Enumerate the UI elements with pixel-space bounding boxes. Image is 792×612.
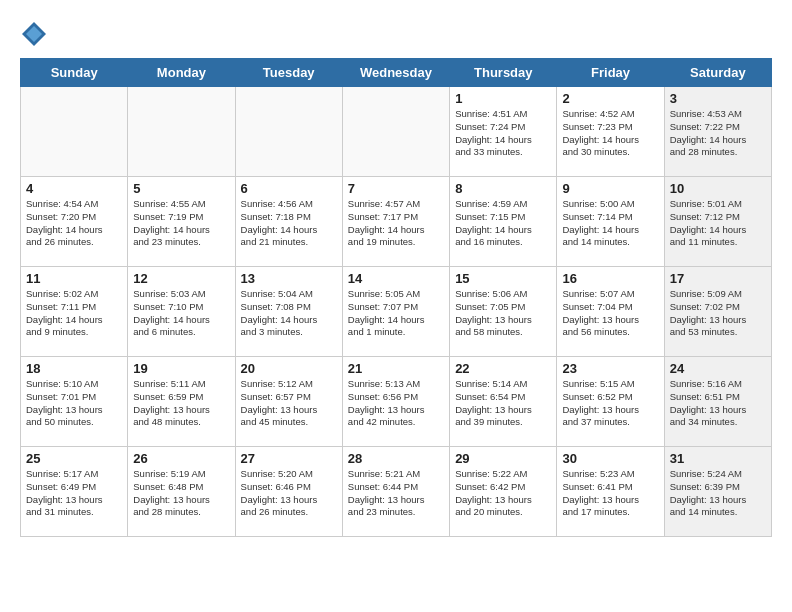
day-info: Sunrise: 5:19 AMSunset: 6:48 PMDaylight:… <box>133 468 229 519</box>
day-cell-11: 11Sunrise: 5:02 AMSunset: 7:11 PMDayligh… <box>21 267 128 357</box>
day-number: 15 <box>455 271 551 286</box>
day-number: 7 <box>348 181 444 196</box>
day-cell-28: 28Sunrise: 5:21 AMSunset: 6:44 PMDayligh… <box>342 447 449 537</box>
calendar-week-4: 18Sunrise: 5:10 AMSunset: 7:01 PMDayligh… <box>21 357 772 447</box>
day-number: 2 <box>562 91 658 106</box>
day-number: 10 <box>670 181 766 196</box>
day-info: Sunrise: 5:11 AMSunset: 6:59 PMDaylight:… <box>133 378 229 429</box>
day-number: 9 <box>562 181 658 196</box>
calendar-week-1: 1Sunrise: 4:51 AMSunset: 7:24 PMDaylight… <box>21 87 772 177</box>
day-info: Sunrise: 5:13 AMSunset: 6:56 PMDaylight:… <box>348 378 444 429</box>
day-header-monday: Monday <box>128 59 235 87</box>
day-number: 24 <box>670 361 766 376</box>
day-info: Sunrise: 5:20 AMSunset: 6:46 PMDaylight:… <box>241 468 337 519</box>
day-number: 21 <box>348 361 444 376</box>
day-cell-3: 3Sunrise: 4:53 AMSunset: 7:22 PMDaylight… <box>664 87 771 177</box>
day-number: 17 <box>670 271 766 286</box>
day-info: Sunrise: 5:05 AMSunset: 7:07 PMDaylight:… <box>348 288 444 339</box>
day-number: 26 <box>133 451 229 466</box>
day-cell-16: 16Sunrise: 5:07 AMSunset: 7:04 PMDayligh… <box>557 267 664 357</box>
day-cell-7: 7Sunrise: 4:57 AMSunset: 7:17 PMDaylight… <box>342 177 449 267</box>
day-number: 14 <box>348 271 444 286</box>
day-cell-2: 2Sunrise: 4:52 AMSunset: 7:23 PMDaylight… <box>557 87 664 177</box>
day-cell-14: 14Sunrise: 5:05 AMSunset: 7:07 PMDayligh… <box>342 267 449 357</box>
day-cell-4: 4Sunrise: 4:54 AMSunset: 7:20 PMDaylight… <box>21 177 128 267</box>
day-header-thursday: Thursday <box>450 59 557 87</box>
day-info: Sunrise: 5:07 AMSunset: 7:04 PMDaylight:… <box>562 288 658 339</box>
day-number: 3 <box>670 91 766 106</box>
day-number: 11 <box>26 271 122 286</box>
day-info: Sunrise: 5:16 AMSunset: 6:51 PMDaylight:… <box>670 378 766 429</box>
day-cell-13: 13Sunrise: 5:04 AMSunset: 7:08 PMDayligh… <box>235 267 342 357</box>
day-cell-25: 25Sunrise: 5:17 AMSunset: 6:49 PMDayligh… <box>21 447 128 537</box>
calendar-table: SundayMondayTuesdayWednesdayThursdayFrid… <box>20 58 772 537</box>
day-number: 20 <box>241 361 337 376</box>
day-header-sunday: Sunday <box>21 59 128 87</box>
day-number: 25 <box>26 451 122 466</box>
day-info: Sunrise: 5:04 AMSunset: 7:08 PMDaylight:… <box>241 288 337 339</box>
day-cell-9: 9Sunrise: 5:00 AMSunset: 7:14 PMDaylight… <box>557 177 664 267</box>
empty-cell <box>128 87 235 177</box>
day-info: Sunrise: 5:02 AMSunset: 7:11 PMDaylight:… <box>26 288 122 339</box>
day-number: 16 <box>562 271 658 286</box>
logo-icon <box>20 20 48 48</box>
day-info: Sunrise: 4:53 AMSunset: 7:22 PMDaylight:… <box>670 108 766 159</box>
day-number: 13 <box>241 271 337 286</box>
day-cell-15: 15Sunrise: 5:06 AMSunset: 7:05 PMDayligh… <box>450 267 557 357</box>
day-number: 31 <box>670 451 766 466</box>
day-cell-24: 24Sunrise: 5:16 AMSunset: 6:51 PMDayligh… <box>664 357 771 447</box>
day-number: 19 <box>133 361 229 376</box>
day-cell-12: 12Sunrise: 5:03 AMSunset: 7:10 PMDayligh… <box>128 267 235 357</box>
day-info: Sunrise: 5:17 AMSunset: 6:49 PMDaylight:… <box>26 468 122 519</box>
empty-cell <box>21 87 128 177</box>
day-header-tuesday: Tuesday <box>235 59 342 87</box>
day-info: Sunrise: 5:15 AMSunset: 6:52 PMDaylight:… <box>562 378 658 429</box>
day-number: 6 <box>241 181 337 196</box>
day-cell-31: 31Sunrise: 5:24 AMSunset: 6:39 PMDayligh… <box>664 447 771 537</box>
day-number: 1 <box>455 91 551 106</box>
day-header-saturday: Saturday <box>664 59 771 87</box>
day-info: Sunrise: 5:09 AMSunset: 7:02 PMDaylight:… <box>670 288 766 339</box>
day-info: Sunrise: 5:14 AMSunset: 6:54 PMDaylight:… <box>455 378 551 429</box>
day-info: Sunrise: 5:00 AMSunset: 7:14 PMDaylight:… <box>562 198 658 249</box>
day-number: 28 <box>348 451 444 466</box>
day-number: 4 <box>26 181 122 196</box>
day-number: 22 <box>455 361 551 376</box>
empty-cell <box>235 87 342 177</box>
day-cell-22: 22Sunrise: 5:14 AMSunset: 6:54 PMDayligh… <box>450 357 557 447</box>
day-number: 5 <box>133 181 229 196</box>
day-info: Sunrise: 5:10 AMSunset: 7:01 PMDaylight:… <box>26 378 122 429</box>
day-cell-19: 19Sunrise: 5:11 AMSunset: 6:59 PMDayligh… <box>128 357 235 447</box>
day-info: Sunrise: 5:12 AMSunset: 6:57 PMDaylight:… <box>241 378 337 429</box>
day-cell-5: 5Sunrise: 4:55 AMSunset: 7:19 PMDaylight… <box>128 177 235 267</box>
day-info: Sunrise: 4:59 AMSunset: 7:15 PMDaylight:… <box>455 198 551 249</box>
day-cell-8: 8Sunrise: 4:59 AMSunset: 7:15 PMDaylight… <box>450 177 557 267</box>
calendar-week-3: 11Sunrise: 5:02 AMSunset: 7:11 PMDayligh… <box>21 267 772 357</box>
day-header-wednesday: Wednesday <box>342 59 449 87</box>
day-info: Sunrise: 5:24 AMSunset: 6:39 PMDaylight:… <box>670 468 766 519</box>
day-info: Sunrise: 5:06 AMSunset: 7:05 PMDaylight:… <box>455 288 551 339</box>
day-cell-21: 21Sunrise: 5:13 AMSunset: 6:56 PMDayligh… <box>342 357 449 447</box>
day-cell-27: 27Sunrise: 5:20 AMSunset: 6:46 PMDayligh… <box>235 447 342 537</box>
day-cell-26: 26Sunrise: 5:19 AMSunset: 6:48 PMDayligh… <box>128 447 235 537</box>
day-info: Sunrise: 5:01 AMSunset: 7:12 PMDaylight:… <box>670 198 766 249</box>
day-info: Sunrise: 5:22 AMSunset: 6:42 PMDaylight:… <box>455 468 551 519</box>
day-cell-23: 23Sunrise: 5:15 AMSunset: 6:52 PMDayligh… <box>557 357 664 447</box>
day-number: 12 <box>133 271 229 286</box>
day-cell-10: 10Sunrise: 5:01 AMSunset: 7:12 PMDayligh… <box>664 177 771 267</box>
calendar-week-2: 4Sunrise: 4:54 AMSunset: 7:20 PMDaylight… <box>21 177 772 267</box>
day-cell-18: 18Sunrise: 5:10 AMSunset: 7:01 PMDayligh… <box>21 357 128 447</box>
day-info: Sunrise: 5:23 AMSunset: 6:41 PMDaylight:… <box>562 468 658 519</box>
day-cell-20: 20Sunrise: 5:12 AMSunset: 6:57 PMDayligh… <box>235 357 342 447</box>
day-info: Sunrise: 4:52 AMSunset: 7:23 PMDaylight:… <box>562 108 658 159</box>
day-info: Sunrise: 5:03 AMSunset: 7:10 PMDaylight:… <box>133 288 229 339</box>
day-info: Sunrise: 4:54 AMSunset: 7:20 PMDaylight:… <box>26 198 122 249</box>
logo <box>20 20 52 48</box>
day-info: Sunrise: 4:55 AMSunset: 7:19 PMDaylight:… <box>133 198 229 249</box>
day-cell-30: 30Sunrise: 5:23 AMSunset: 6:41 PMDayligh… <box>557 447 664 537</box>
day-cell-6: 6Sunrise: 4:56 AMSunset: 7:18 PMDaylight… <box>235 177 342 267</box>
day-info: Sunrise: 4:57 AMSunset: 7:17 PMDaylight:… <box>348 198 444 249</box>
day-number: 23 <box>562 361 658 376</box>
day-cell-1: 1Sunrise: 4:51 AMSunset: 7:24 PMDaylight… <box>450 87 557 177</box>
calendar-week-5: 25Sunrise: 5:17 AMSunset: 6:49 PMDayligh… <box>21 447 772 537</box>
